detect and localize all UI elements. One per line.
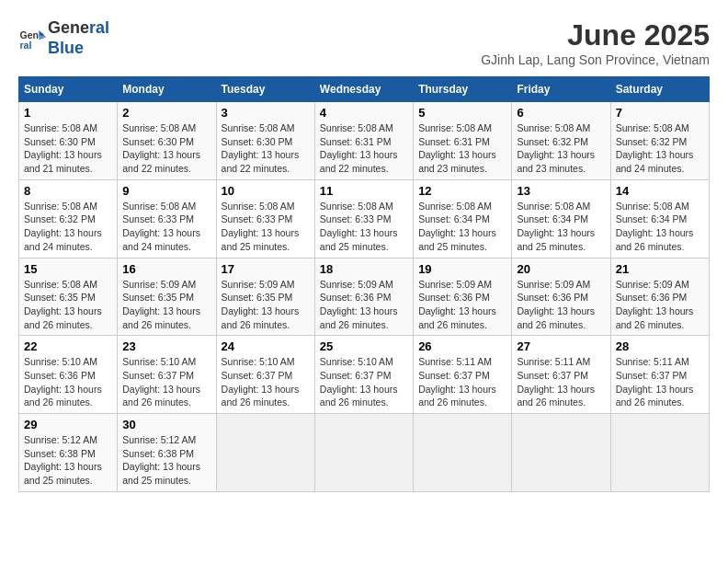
day-info: Sunrise: 5:08 AM Sunset: 6:32 PM Dayligh… [517, 121, 605, 176]
day-number: 14 [616, 184, 704, 198]
calendar-table: SundayMondayTuesdayWednesdayThursdayFrid… [18, 76, 710, 492]
day-info: Sunrise: 5:12 AM Sunset: 6:38 PM Dayligh… [24, 433, 112, 488]
calendar-cell: 26Sunrise: 5:11 AM Sunset: 6:37 PM Dayli… [414, 336, 512, 414]
day-info: Sunrise: 5:08 AM Sunset: 6:34 PM Dayligh… [616, 200, 704, 254]
day-number: 9 [122, 184, 210, 198]
main-title: June 2025 [481, 18, 710, 52]
day-number: 30 [122, 418, 210, 431]
calendar-cell: 8Sunrise: 5:08 AM Sunset: 6:32 PM Daylig… [19, 179, 118, 258]
day-info: Sunrise: 5:08 AM Sunset: 6:30 PM Dayligh… [122, 121, 210, 176]
day-info: Sunrise: 5:08 AM Sunset: 6:34 PM Dayligh… [418, 200, 506, 254]
header-cell-sunday: Sunday [19, 77, 118, 102]
day-info: Sunrise: 5:08 AM Sunset: 6:31 PM Dayligh… [320, 121, 408, 176]
day-number: 2 [122, 106, 210, 120]
calendar-cell: 17Sunrise: 5:09 AM Sunset: 6:35 PM Dayli… [216, 258, 314, 336]
header-cell-friday: Friday [512, 77, 610, 102]
day-info: Sunrise: 5:09 AM Sunset: 6:36 PM Dayligh… [418, 278, 506, 332]
svg-text:ral: ral [20, 39, 32, 50]
calendar-cell: 28Sunrise: 5:11 AM Sunset: 6:37 PM Dayli… [610, 336, 709, 414]
header-cell-tuesday: Tuesday [216, 77, 314, 102]
day-number: 29 [24, 418, 112, 431]
day-info: Sunrise: 5:08 AM Sunset: 6:33 PM Dayligh… [320, 200, 408, 254]
header-cell-monday: Monday [118, 77, 216, 102]
day-info: Sunrise: 5:10 AM Sunset: 6:37 PM Dayligh… [222, 355, 310, 409]
logo: Gene ral General Blue [18, 18, 109, 58]
calendar-cell: 20Sunrise: 5:09 AM Sunset: 6:36 PM Dayli… [512, 258, 610, 336]
subtitle: GJinh Lap, Lang Son Province, Vietnam [481, 52, 710, 67]
calendar-cell: 25Sunrise: 5:10 AM Sunset: 6:37 PM Dayli… [314, 336, 413, 414]
calendar-cell: 7Sunrise: 5:08 AM Sunset: 6:32 PM Daylig… [610, 102, 709, 180]
calendar-cell: 4Sunrise: 5:08 AM Sunset: 6:31 PM Daylig… [314, 102, 413, 180]
day-info: Sunrise: 5:08 AM Sunset: 6:30 PM Dayligh… [222, 121, 310, 176]
day-number: 17 [222, 262, 310, 276]
day-info: Sunrise: 5:09 AM Sunset: 6:35 PM Dayligh… [222, 278, 310, 332]
calendar-cell: 27Sunrise: 5:11 AM Sunset: 6:37 PM Dayli… [512, 336, 610, 414]
day-info: Sunrise: 5:11 AM Sunset: 6:37 PM Dayligh… [418, 355, 506, 409]
calendar-header: SundayMondayTuesdayWednesdayThursdayFrid… [19, 77, 710, 102]
day-number: 26 [418, 339, 506, 353]
calendar-week-0: 1Sunrise: 5:08 AM Sunset: 6:30 PM Daylig… [19, 102, 710, 180]
day-number: 20 [517, 262, 605, 276]
calendar-cell: 9Sunrise: 5:08 AM Sunset: 6:33 PM Daylig… [118, 179, 216, 258]
day-number: 1 [24, 106, 112, 120]
logo-icon: Gene ral [18, 25, 46, 52]
day-info: Sunrise: 5:08 AM Sunset: 6:32 PM Dayligh… [24, 200, 112, 254]
calendar-cell: 19Sunrise: 5:09 AM Sunset: 6:36 PM Dayli… [414, 258, 512, 336]
day-number: 5 [418, 106, 506, 120]
calendar-cell: 13Sunrise: 5:08 AM Sunset: 6:34 PM Dayli… [512, 179, 610, 258]
logo-text-line1: General [48, 18, 109, 39]
calendar-cell [610, 414, 709, 492]
calendar-week-1: 8Sunrise: 5:08 AM Sunset: 6:32 PM Daylig… [19, 179, 710, 258]
header-cell-saturday: Saturday [610, 77, 709, 102]
day-info: Sunrise: 5:11 AM Sunset: 6:37 PM Dayligh… [517, 355, 605, 409]
day-info: Sunrise: 5:08 AM Sunset: 6:35 PM Dayligh… [24, 278, 112, 332]
calendar-cell [216, 414, 314, 492]
day-info: Sunrise: 5:10 AM Sunset: 6:37 PM Dayligh… [320, 355, 408, 409]
day-info: Sunrise: 5:09 AM Sunset: 6:36 PM Dayligh… [517, 278, 605, 332]
logo-text-line2: Blue [48, 39, 109, 59]
calendar-cell: 16Sunrise: 5:09 AM Sunset: 6:35 PM Dayli… [118, 258, 216, 336]
calendar-cell: 12Sunrise: 5:08 AM Sunset: 6:34 PM Dayli… [414, 179, 512, 258]
day-number: 18 [320, 262, 408, 276]
calendar-week-2: 15Sunrise: 5:08 AM Sunset: 6:35 PM Dayli… [19, 258, 710, 336]
day-number: 13 [517, 184, 605, 198]
calendar-cell: 11Sunrise: 5:08 AM Sunset: 6:33 PM Dayli… [314, 179, 413, 258]
day-number: 19 [418, 262, 506, 276]
day-number: 22 [24, 339, 112, 353]
day-info: Sunrise: 5:11 AM Sunset: 6:37 PM Dayligh… [616, 355, 704, 409]
day-number: 21 [616, 262, 704, 276]
day-number: 24 [222, 339, 310, 353]
day-number: 28 [616, 339, 704, 353]
day-number: 8 [24, 184, 112, 198]
day-info: Sunrise: 5:08 AM Sunset: 6:30 PM Dayligh… [24, 121, 112, 176]
calendar-cell: 29Sunrise: 5:12 AM Sunset: 6:38 PM Dayli… [19, 414, 118, 492]
calendar-cell [414, 414, 512, 492]
day-info: Sunrise: 5:08 AM Sunset: 6:32 PM Dayligh… [616, 121, 704, 176]
day-info: Sunrise: 5:08 AM Sunset: 6:33 PM Dayligh… [122, 200, 210, 254]
calendar-body: 1Sunrise: 5:08 AM Sunset: 6:30 PM Daylig… [19, 102, 710, 492]
calendar-cell [314, 414, 413, 492]
day-info: Sunrise: 5:10 AM Sunset: 6:37 PM Dayligh… [122, 355, 210, 409]
calendar-cell: 14Sunrise: 5:08 AM Sunset: 6:34 PM Dayli… [610, 179, 709, 258]
day-info: Sunrise: 5:12 AM Sunset: 6:38 PM Dayligh… [122, 433, 210, 488]
day-number: 27 [517, 339, 605, 353]
day-info: Sunrise: 5:09 AM Sunset: 6:35 PM Dayligh… [122, 278, 210, 332]
day-number: 25 [320, 339, 408, 353]
calendar-cell: 10Sunrise: 5:08 AM Sunset: 6:33 PM Dayli… [216, 179, 314, 258]
calendar-week-3: 22Sunrise: 5:10 AM Sunset: 6:36 PM Dayli… [19, 336, 710, 414]
calendar-cell: 30Sunrise: 5:12 AM Sunset: 6:38 PM Dayli… [118, 414, 216, 492]
day-info: Sunrise: 5:08 AM Sunset: 6:33 PM Dayligh… [222, 200, 310, 254]
day-number: 3 [222, 106, 310, 120]
calendar-cell: 23Sunrise: 5:10 AM Sunset: 6:37 PM Dayli… [118, 336, 216, 414]
day-number: 11 [320, 184, 408, 198]
calendar-cell: 2Sunrise: 5:08 AM Sunset: 6:30 PM Daylig… [118, 102, 216, 180]
day-number: 16 [122, 262, 210, 276]
day-number: 7 [616, 106, 704, 120]
calendar-cell [512, 414, 610, 492]
calendar-cell: 6Sunrise: 5:08 AM Sunset: 6:32 PM Daylig… [512, 102, 610, 180]
day-number: 4 [320, 106, 408, 120]
title-area: June 2025 GJinh Lap, Lang Son Province, … [481, 18, 710, 67]
calendar-cell: 1Sunrise: 5:08 AM Sunset: 6:30 PM Daylig… [19, 102, 118, 180]
day-number: 10 [222, 184, 310, 198]
calendar-cell: 24Sunrise: 5:10 AM Sunset: 6:37 PM Dayli… [216, 336, 314, 414]
